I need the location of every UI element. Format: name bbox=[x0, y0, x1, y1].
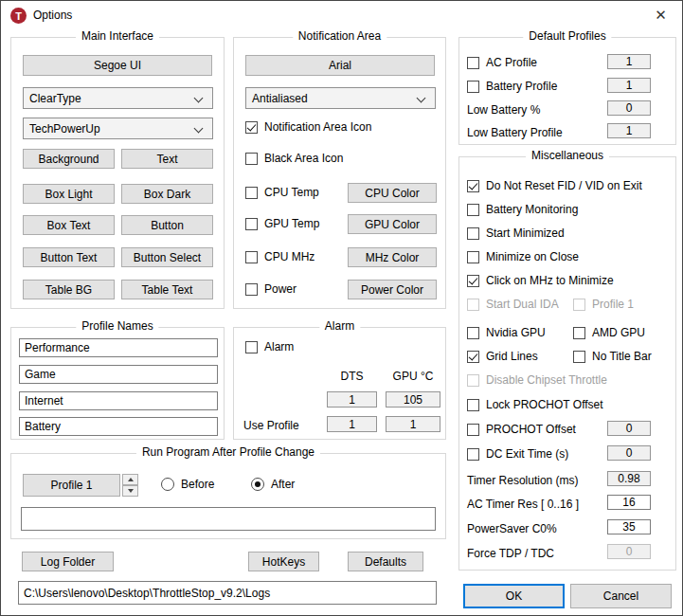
dc-exit-time-checkbox[interactable]: DC Exit Time (s) bbox=[467, 447, 568, 461]
button-text-button[interactable]: Button Text bbox=[23, 247, 115, 267]
powersaver-c0-input[interactable] bbox=[607, 519, 651, 534]
before-radio[interactable]: Before bbox=[161, 478, 214, 491]
profile1-name-input[interactable] bbox=[19, 338, 218, 357]
main-interface-group: Main Interface Segoe UI ClearType TechPo… bbox=[10, 37, 225, 309]
checkbox-box[interactable] bbox=[245, 187, 258, 199]
start-minimized-checkbox[interactable]: Start Minimized bbox=[467, 226, 565, 240]
checkbox-label: CPU MHz bbox=[264, 250, 315, 263]
minimize-on-close-checkbox[interactable]: Minimize on Close bbox=[467, 250, 579, 263]
mhz-color-button[interactable]: MHz Color bbox=[348, 247, 437, 267]
box-text-button[interactable]: Box Text bbox=[23, 215, 115, 235]
checkbox-box[interactable] bbox=[467, 424, 479, 436]
checkbox-box[interactable] bbox=[467, 227, 479, 240]
profile3-name-input[interactable] bbox=[19, 391, 218, 410]
checkbox-box[interactable] bbox=[467, 180, 479, 192]
use-profile-dts-input[interactable] bbox=[327, 416, 377, 432]
close-button[interactable]: ✕ bbox=[639, 1, 682, 28]
click-mhz-minimize-checkbox[interactable]: Click on MHz to Minimize bbox=[467, 274, 614, 287]
power-checkbox[interactable]: Power bbox=[245, 282, 297, 296]
notification-font-button[interactable]: Arial bbox=[245, 55, 435, 76]
checkbox-box[interactable] bbox=[467, 275, 479, 287]
profile2-name-input[interactable] bbox=[19, 365, 218, 384]
log-folder-button[interactable]: Log Folder bbox=[22, 552, 114, 571]
use-profile-gpu-input[interactable] bbox=[386, 416, 440, 432]
timer-resolution-input[interactable] bbox=[607, 471, 651, 486]
notification-area-icon-checkbox[interactable]: Notification Area Icon bbox=[245, 120, 371, 134]
checkbox-box[interactable] bbox=[245, 153, 258, 165]
prochot-offset-input[interactable] bbox=[607, 421, 651, 436]
checkbox-box[interactable] bbox=[467, 81, 479, 93]
after-radio[interactable]: After bbox=[251, 478, 295, 491]
checkbox-label: Do Not Reset FID / VID on Exit bbox=[486, 179, 642, 192]
checkbox-box[interactable] bbox=[467, 251, 479, 263]
checkbox-box[interactable] bbox=[467, 204, 479, 216]
checkbox-box[interactable] bbox=[245, 218, 258, 230]
run-program-command-input[interactable] bbox=[21, 507, 436, 531]
checkbox-box[interactable] bbox=[245, 341, 258, 353]
battery-profile-checkbox[interactable]: Battery Profile bbox=[467, 80, 557, 93]
checkbox-box[interactable] bbox=[573, 351, 585, 363]
battery-profile-input[interactable] bbox=[607, 78, 651, 93]
cpu-color-button[interactable]: CPU Color bbox=[348, 183, 437, 203]
amd-gpu-checkbox[interactable]: AMD GPU bbox=[573, 326, 645, 339]
force-tdp-tdc-label: Force TDP / TDC bbox=[467, 547, 554, 560]
theme-select[interactable]: TechPowerUp bbox=[23, 118, 213, 139]
cpu-mhz-checkbox[interactable]: CPU MHz bbox=[245, 250, 315, 263]
radio-circle[interactable] bbox=[161, 478, 174, 491]
checkbox-box[interactable] bbox=[245, 283, 258, 296]
table-text-button[interactable]: Table Text bbox=[121, 280, 213, 299]
checkbox-box[interactable] bbox=[467, 399, 479, 411]
checkbox-box bbox=[467, 374, 479, 387]
gpu-temp-checkbox[interactable]: GPU Temp bbox=[245, 217, 319, 230]
alarm-dts-input[interactable] bbox=[327, 391, 377, 408]
grid-lines-checkbox[interactable]: Grid Lines bbox=[467, 350, 538, 363]
checkbox-box[interactable] bbox=[467, 448, 479, 461]
checkbox-box[interactable] bbox=[245, 121, 258, 134]
nvidia-gpu-checkbox[interactable]: Nvidia GPU bbox=[467, 326, 546, 339]
alarm-gpu-input[interactable] bbox=[386, 391, 440, 408]
button-color-button[interactable]: Button bbox=[121, 215, 213, 235]
ac-timer-res-input[interactable] bbox=[607, 495, 651, 510]
do-not-reset-fid-vid-checkbox[interactable]: Do Not Reset FID / VID on Exit bbox=[467, 179, 642, 192]
defaults-button[interactable]: Defaults bbox=[348, 552, 423, 571]
dc-exit-time-input[interactable] bbox=[607, 445, 651, 461]
hotkeys-button[interactable]: HotKeys bbox=[248, 552, 319, 571]
button-select-button[interactable]: Button Select bbox=[121, 247, 213, 267]
box-light-button[interactable]: Box Light bbox=[23, 184, 115, 204]
checkbox-box[interactable] bbox=[467, 327, 479, 339]
black-area-icon-checkbox[interactable]: Black Area Icon bbox=[245, 152, 343, 165]
profile4-name-input[interactable] bbox=[19, 417, 218, 436]
font-smoothing-select[interactable]: ClearType bbox=[23, 87, 213, 109]
no-title-bar-checkbox[interactable]: No Title Bar bbox=[573, 350, 652, 363]
box-dark-button[interactable]: Box Dark bbox=[121, 184, 213, 204]
main-font-button[interactable]: Segoe UI bbox=[23, 55, 212, 76]
lock-prochot-offset-checkbox[interactable]: Lock PROCHOT Offset bbox=[467, 398, 603, 411]
profile-spinner bbox=[122, 474, 138, 497]
checkbox-box[interactable] bbox=[573, 327, 585, 339]
spinner-down-button[interactable] bbox=[122, 485, 138, 497]
text-color-button[interactable]: Text bbox=[121, 149, 213, 169]
table-bg-button[interactable]: Table BG bbox=[23, 280, 115, 299]
checkbox-box[interactable] bbox=[467, 351, 479, 363]
prochot-offset-checkbox[interactable]: PROCHOT Offset bbox=[467, 423, 576, 436]
checkbox-box[interactable] bbox=[467, 57, 479, 69]
radio-circle[interactable] bbox=[251, 478, 264, 491]
ac-profile-input[interactable] bbox=[607, 54, 651, 69]
gpu-color-button[interactable]: GPU Color bbox=[348, 214, 437, 234]
cancel-button[interactable]: Cancel bbox=[570, 584, 672, 608]
battery-monitoring-checkbox[interactable]: Battery Monitoring bbox=[467, 203, 578, 216]
run-program-profile-button[interactable]: Profile 1 bbox=[23, 474, 120, 497]
ok-button[interactable]: OK bbox=[463, 584, 565, 608]
render-mode-select[interactable]: Antialiased bbox=[245, 87, 436, 109]
checkbox-box[interactable] bbox=[245, 251, 258, 263]
cpu-temp-checkbox[interactable]: CPU Temp bbox=[245, 186, 319, 199]
alarm-checkbox[interactable]: Alarm bbox=[245, 340, 294, 353]
background-color-button[interactable]: Background bbox=[23, 149, 115, 169]
log-path-input[interactable] bbox=[18, 581, 437, 605]
power-color-button[interactable]: Power Color bbox=[348, 280, 437, 299]
low-battery-profile-input[interactable] bbox=[607, 123, 651, 138]
spinner-up-button[interactable] bbox=[122, 474, 138, 485]
checkbox-label: Start Dual IDA bbox=[486, 298, 559, 311]
low-battery-pct-input[interactable] bbox=[607, 100, 651, 116]
ac-profile-checkbox[interactable]: AC Profile bbox=[467, 56, 537, 69]
